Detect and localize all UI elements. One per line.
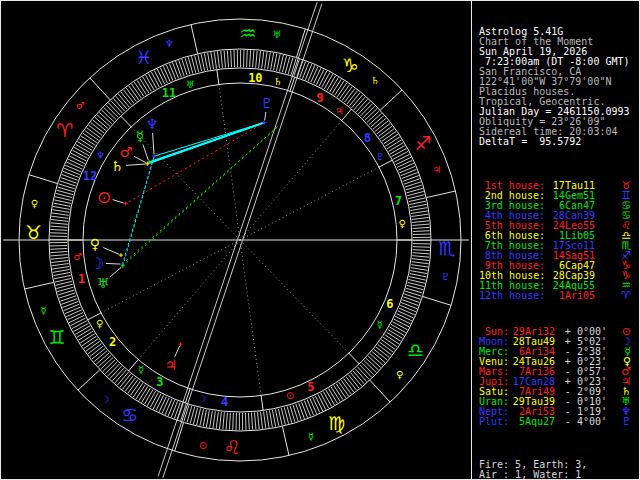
- house-ruler-icon: ♄: [273, 76, 282, 87]
- house-cusp-value: 1Ari05: [549, 291, 595, 301]
- sign-glyph-capricorn-icon: ♑: [342, 54, 359, 76]
- sign-ruler-icon: ☿: [308, 431, 314, 442]
- house-number-9: 9: [317, 91, 324, 105]
- sign-glyph-gemini-icon: ♊: [48, 326, 65, 348]
- sign-ruler-icon: ⊙: [199, 440, 207, 451]
- house-number-8: 8: [364, 131, 371, 145]
- sign-glyph-taurus-icon: ♉: [25, 221, 42, 243]
- sign-ruler-icon: ☿: [40, 305, 46, 316]
- house-number-4: 4: [221, 395, 228, 409]
- info-panel: Astrolog 5.41GChart of the MomentSun Apr…: [473, 1, 639, 479]
- zodiac-sign-icon: ♈: [621, 291, 639, 301]
- sign-glyph-aries-icon: ♈: [56, 119, 73, 141]
- house-label: 12th house:: [479, 291, 545, 301]
- sign-glyph-sagittarius-icon: ♐: [415, 132, 432, 154]
- aspect-lines: [122, 123, 278, 266]
- planet-label: Plut:: [475, 417, 509, 427]
- sign-ruler-icon: ♀: [396, 369, 403, 380]
- planet-velocity: - 4°00': [561, 417, 607, 427]
- house-number-1: 1: [78, 272, 85, 286]
- planet-list: Sun:29Ari32+ 0°00'⊙Moon:28Tau49+ 5°02'☽M…: [475, 327, 639, 427]
- house-ruler-icon: ☽: [198, 393, 207, 404]
- wheel-planet-venus-icon: ♀: [90, 236, 100, 252]
- sign-glyph-virgo-icon: ♍: [328, 412, 345, 434]
- house-ruler-icon: ⊙: [286, 390, 294, 401]
- house-ruler-icon: ♀: [96, 318, 103, 329]
- house-ruler-icon: ☿: [377, 319, 383, 330]
- house-row: 12th house:1Ari05♈: [479, 291, 639, 301]
- house-ruler-icon: ♅: [186, 79, 195, 90]
- house-number-5: 5: [307, 380, 314, 394]
- sign-ruler-icon: ♆: [165, 38, 174, 49]
- wheel-planet-saturn-icon: ♄: [111, 158, 124, 174]
- chart-info: Astrolog 5.41GChart of the MomentSun Apr…: [473, 21, 639, 147]
- house-ruler-icon: ♇: [376, 151, 385, 162]
- house-number-10: 10: [248, 71, 262, 85]
- sign-glyph-leo-icon: ♌: [224, 436, 241, 458]
- sign-glyph-pisces-icon: ♓: [135, 46, 152, 68]
- house-ruler-icon: ♃: [335, 105, 344, 116]
- wheel-planet-sun-icon: ⊙: [97, 187, 111, 207]
- house-ruler-icon: ♆: [96, 150, 105, 161]
- house-ruler-icon: ♂: [73, 251, 82, 262]
- house-number-7: 7: [395, 194, 402, 208]
- wheel-planet-uranus-icon: ♅: [97, 275, 110, 291]
- wheel-planet-jupiter-icon: ♃: [165, 357, 178, 373]
- astrolog-window: ♈♂♉♀♊☿♋☽♌⊙♍☿♎♀♏♇♐♃♑♄♒♅♓♆1♂2♀3☿4☽5⊙6☿7♀8♇…: [0, 0, 640, 480]
- chart-wheel: ♈♂♉♀♊☿♋☽♌⊙♍☿♎♀♏♇♐♃♑♄♒♅♓♆1♂2♀3☿4☽5⊙6☿7♀8♇…: [1, 1, 471, 480]
- house-number-3: 3: [156, 375, 163, 389]
- house-number-6: 6: [386, 297, 393, 311]
- sign-ruler-icon: ♀: [31, 198, 38, 209]
- info-line-12: DeltaT = 95.5792: [479, 137, 639, 147]
- planet-row: Plut:5Aqu27- 4°00'♇: [475, 417, 639, 427]
- house-cusp-list: 1st house:17Tau11♉2nd house:14Gem51♊3rd …: [479, 181, 639, 301]
- sign-glyph-libra-icon: ♎: [407, 339, 424, 361]
- house-number-2: 2: [109, 335, 116, 349]
- house-number-11: 11: [162, 86, 176, 100]
- sign-glyph-scorpio-icon: ♏: [438, 237, 455, 259]
- wheel-planet-mercury-icon: ☿: [136, 128, 145, 144]
- panel-divider: [471, 1, 472, 480]
- planet-position-dots: [119, 121, 266, 347]
- sign-ruler-icon: ♂: [76, 100, 85, 111]
- sign-ruler-icon: ♄: [370, 75, 379, 86]
- sign-glyph-aquarius-icon: ♒: [239, 22, 256, 44]
- sign-ruler-icon: ☽: [101, 394, 110, 405]
- house-ruler-icon: ♀: [398, 218, 405, 229]
- chart-wheel-area: ♈♂♉♀♊☿♋☽♌⊙♍☿♎♀♏♇♐♃♑♄♒♅♓♆1♂2♀3☿4☽5⊙6☿7♀8♇…: [1, 1, 471, 480]
- house-ruler-icon: ☿: [138, 364, 144, 375]
- wheel-planet-neptune-icon: ♆: [146, 116, 159, 132]
- planet-icon: ♇: [621, 417, 639, 427]
- stats-summary: Fire: 5, Earth: 3,Air : 1, Water: 1Car: …: [479, 460, 639, 480]
- wheel-planet-moon-icon: ☽: [90, 254, 104, 273]
- planet-position-value: 5Aqu27: [511, 417, 555, 427]
- sign-ruler-icon: ♅: [272, 29, 281, 40]
- sign-ruler-icon: ♇: [441, 271, 450, 282]
- sign-glyph-cancer-icon: ♋: [121, 404, 138, 426]
- wheel-planet-pluto-icon: ♇: [261, 95, 274, 111]
- house-number-12: 12: [83, 169, 97, 183]
- sign-ruler-icon: ♃: [432, 164, 441, 175]
